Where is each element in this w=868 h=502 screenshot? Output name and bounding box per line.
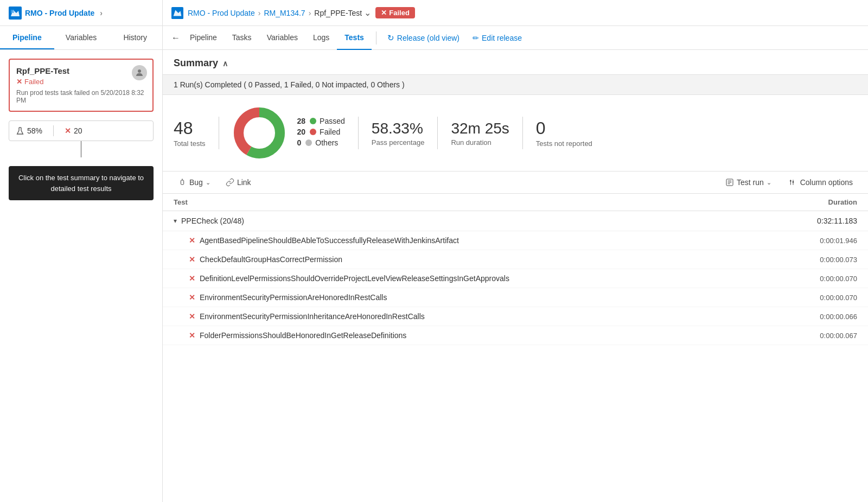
total-tests-label: Total tests <box>174 139 206 148</box>
test-name: DefinitionLevelPermissionsShouldOverride… <box>200 274 770 283</box>
run-duration-num: 32m 25s <box>451 120 509 137</box>
breadcrumb-sep1: › <box>100 9 103 17</box>
col-duration-header: Duration <box>770 198 857 206</box>
legend-others: 0 Others <box>297 138 345 147</box>
ado-icon-right <box>171 7 183 19</box>
breadcrumb-release[interactable]: RM_M134.7 <box>264 9 305 17</box>
test-group-row[interactable]: ▾ PPECheck (20/48) 0:32:11.183 <box>163 211 868 231</box>
sidebar-tab-pipeline[interactable]: Pipeline <box>0 26 54 49</box>
svg-point-5 <box>138 69 141 73</box>
table-header: Test Duration <box>163 194 868 211</box>
refresh-icon: ↻ <box>387 33 394 43</box>
nav-divider <box>376 31 376 45</box>
connector-line <box>81 141 81 157</box>
link-button[interactable]: Link <box>221 176 256 189</box>
not-reported-label: Tests not reported <box>536 139 592 148</box>
not-reported-block: 0 Tests not reported <box>523 118 605 148</box>
link-icon <box>226 178 234 187</box>
table-row[interactable]: ✕ CheckDefaultGroupHasCorrectPermission … <box>163 250 868 269</box>
donut-chart-area: 28 Passed 20 Failed 0 Others <box>219 106 358 160</box>
test-duration: 0:00:00.070 <box>770 294 857 302</box>
run-duration-block: 32m 25s Run duration <box>438 120 522 147</box>
svg-rect-2 <box>11 10 14 13</box>
run-duration-label: Run duration <box>451 138 509 147</box>
chevron-up-icon: ∧ <box>222 59 228 68</box>
flask-icon <box>16 126 24 135</box>
bug-button[interactable]: Bug ⌄ <box>174 176 215 189</box>
stage-description: Run prod tests task failed on 5/20/2018 … <box>16 89 146 104</box>
total-tests-block: 48 Total tests <box>174 118 219 148</box>
failed-x-icon: ✕ <box>381 9 387 17</box>
not-reported-num: 0 <box>536 118 592 138</box>
pass-pct-block: 58.33% Pass percentage <box>359 120 438 147</box>
avatar <box>132 65 147 80</box>
bug-dropdown-icon: ⌄ <box>206 179 210 186</box>
test-toolbar: Bug ⌄ Link Test run <box>163 171 868 194</box>
table-row[interactable]: ✕ EnvironmentSecurityPermissionInheritan… <box>163 307 868 326</box>
sidebar-tab-variables[interactable]: Variables <box>54 26 108 49</box>
pass-pct-num: 58.33% <box>372 120 425 137</box>
nav-tab-tasks[interactable]: Tasks <box>225 26 259 50</box>
release-old-view-action[interactable]: ↻ Release (old view) <box>381 33 466 43</box>
expand-icon: ▾ <box>174 217 177 225</box>
left-project-name[interactable]: RMO - Prod Update <box>25 9 94 17</box>
nav-tab-pipeline[interactable]: Pipeline <box>182 26 225 50</box>
test-run-dropdown-icon: ⌄ <box>767 179 771 186</box>
test-name: AgentBasedPipelineShouldBeAbleToSuccessf… <box>200 236 770 245</box>
test-name: EnvironmentSecurityPermissionAreHonoredI… <box>200 293 770 302</box>
col-test-header: Test <box>174 198 770 206</box>
others-dot <box>305 139 312 146</box>
test-run-button[interactable]: Test run ⌄ <box>721 176 776 189</box>
donut-chart <box>232 106 286 160</box>
app-logo: RMO - Prod Update › <box>9 7 105 20</box>
table-row[interactable]: ✕ AgentBasedPipelineShouldBeAbleToSucces… <box>163 231 868 250</box>
test-table: Test Duration ▾ PPECheck (20/48) 0:32:11… <box>163 194 868 502</box>
group-duration: 0:32:11.183 <box>770 217 857 225</box>
test-duration: 0:00:01.946 <box>770 237 857 245</box>
edit-icon: ✏ <box>473 34 479 42</box>
pipeline-stage-item[interactable]: Rpf_PPE-Test ✕ Failed Run prod tests tas… <box>9 59 154 112</box>
test-duration: 0:00:00.073 <box>770 256 857 264</box>
fail-icon: ✕ <box>189 255 195 264</box>
nav-tab-tests[interactable]: Tests <box>337 26 372 50</box>
svg-point-19 <box>792 181 794 183</box>
edit-release-action[interactable]: ✏ Edit release <box>466 34 528 42</box>
legend-failed: 20 Failed <box>297 128 345 136</box>
svg-point-20 <box>790 180 792 182</box>
stage-dropdown-arrow[interactable]: ⌄ <box>364 8 371 18</box>
fail-icon: ✕ <box>189 331 195 340</box>
legend-passed: 28 Passed <box>297 117 345 125</box>
breadcrumb-stage[interactable]: Rpf_PPE-Test <box>314 9 362 17</box>
bug-icon <box>178 178 187 187</box>
nav-tabs: ← Pipeline Tasks Variables Logs Tests ↻ … <box>163 26 868 50</box>
breadcrumb-project[interactable]: RMO - Prod Update <box>188 9 255 17</box>
table-row[interactable]: ✕ EnvironmentSecurityPermissionAreHonore… <box>163 288 868 307</box>
pass-pct-label: Pass percentage <box>372 138 425 147</box>
column-options-button[interactable]: Column options <box>784 176 857 189</box>
toolbar-right: Test run ⌄ Column options <box>721 176 857 189</box>
table-row[interactable]: ✕ FolderPermissionsShouldBeHonoredInGetR… <box>163 326 868 345</box>
table-row[interactable]: ✕ DefinitionLevelPermissionsShouldOverri… <box>163 269 868 288</box>
test-duration: 0:00:00.070 <box>770 275 857 283</box>
summary-title: Summary <box>174 58 218 69</box>
fail-icon: ✕ <box>65 126 71 135</box>
stage-title: Rpf_PPE-Test <box>16 66 146 75</box>
column-options-icon <box>789 178 797 187</box>
stat-divider <box>53 125 54 136</box>
pass-stat: 58% <box>16 126 42 135</box>
tooltip-box: Click on the test summary to navigate to… <box>9 166 154 200</box>
stats-row: 48 Total tests <box>163 95 868 171</box>
passed-dot <box>310 118 316 124</box>
total-tests-num: 48 <box>174 118 206 138</box>
sidebar-tab-history[interactable]: History <box>108 26 162 49</box>
fail-icon: ✕ <box>189 293 195 302</box>
test-name: FolderPermissionsShouldBeHonoredInGetRel… <box>200 331 770 340</box>
summary-header[interactable]: Summary ∧ <box>163 50 868 74</box>
test-run-icon <box>725 178 734 187</box>
fail-stat: ✕ 20 <box>65 126 82 135</box>
nav-tab-logs[interactable]: Logs <box>305 26 337 50</box>
nav-tab-variables[interactable]: Variables <box>259 26 305 50</box>
group-name: PPECheck (20/48) <box>181 217 770 225</box>
fail-icon: ✕ <box>189 274 195 283</box>
back-arrow-icon[interactable]: ← <box>171 33 180 43</box>
